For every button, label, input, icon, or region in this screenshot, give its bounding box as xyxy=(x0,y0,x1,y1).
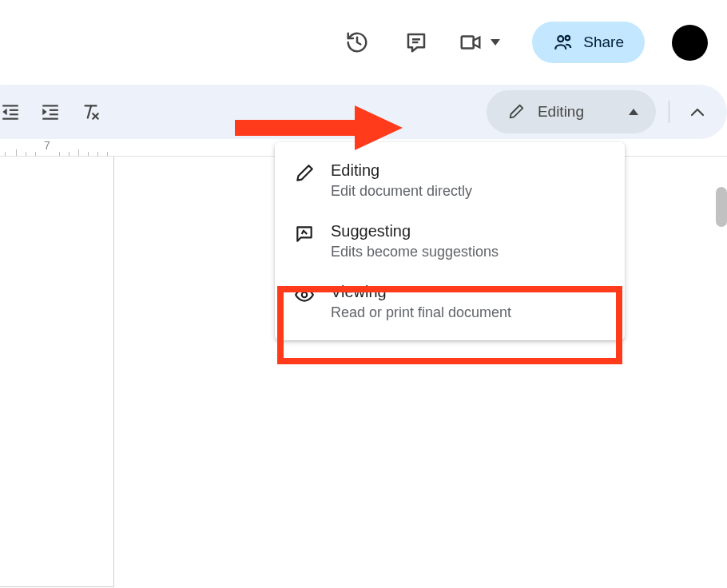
video-call-dropdown[interactable] xyxy=(459,30,500,54)
mode-item-editing[interactable]: Editing Edit document directly xyxy=(275,150,625,211)
svg-point-6 xyxy=(566,36,570,40)
clear-formatting-icon[interactable] xyxy=(75,97,105,127)
header: Share xyxy=(0,0,727,85)
divider xyxy=(669,101,669,123)
mode-item-viewing[interactable]: Viewing Read or print final document xyxy=(275,272,625,332)
svg-rect-10 xyxy=(2,118,18,120)
share-label: Share xyxy=(583,34,624,51)
chevron-down-icon xyxy=(491,39,500,46)
svg-point-5 xyxy=(558,36,564,42)
video-icon xyxy=(459,30,483,54)
mode-item-suggesting[interactable]: Suggesting Edits become suggestions xyxy=(275,211,625,272)
svg-rect-14 xyxy=(50,113,58,115)
mode-item-desc: Read or print final document xyxy=(331,304,606,321)
svg-rect-15 xyxy=(42,118,58,120)
svg-marker-21 xyxy=(235,105,403,150)
svg-rect-2 xyxy=(462,37,474,49)
collapse-toolbar-button[interactable] xyxy=(682,97,713,127)
comment-icon[interactable] xyxy=(399,26,433,59)
scrollbar-thumb[interactable] xyxy=(716,187,727,227)
people-icon xyxy=(553,32,574,53)
mode-dropdown: Editing Edit document directly Suggestin… xyxy=(275,142,625,340)
svg-marker-19 xyxy=(629,109,638,115)
mode-item-desc: Edits become suggestions xyxy=(331,244,606,260)
avatar[interactable] xyxy=(672,25,708,61)
annotation-arrow xyxy=(235,104,406,152)
svg-marker-16 xyxy=(42,109,46,116)
history-icon[interactable] xyxy=(340,26,374,59)
editing-mode-button[interactable]: Editing xyxy=(487,90,656,133)
eye-icon xyxy=(294,284,315,305)
chevron-up-icon xyxy=(629,109,638,115)
svg-rect-8 xyxy=(10,109,18,111)
indent-increase-icon[interactable] xyxy=(35,97,66,127)
svg-rect-9 xyxy=(10,113,18,115)
svg-rect-12 xyxy=(42,105,58,106)
svg-point-20 xyxy=(302,292,308,298)
mode-item-desc: Edit document directly xyxy=(331,183,606,200)
ruler-number: 7 xyxy=(44,139,50,152)
svg-marker-11 xyxy=(2,109,6,116)
svg-marker-4 xyxy=(491,39,500,46)
mode-label: Editing xyxy=(538,103,584,121)
share-button[interactable]: Share xyxy=(532,22,645,63)
pencil-icon xyxy=(294,163,315,184)
mode-item-title: Suggesting xyxy=(331,222,606,240)
svg-rect-13 xyxy=(50,109,58,111)
mode-item-title: Editing xyxy=(331,161,606,180)
mode-item-title: Viewing xyxy=(331,283,606,301)
indent-decrease-icon[interactable] xyxy=(0,97,26,127)
svg-rect-7 xyxy=(2,105,18,106)
svg-marker-3 xyxy=(474,38,480,48)
document-page[interactable] xyxy=(0,156,114,587)
suggest-icon xyxy=(294,224,315,244)
pencil-icon xyxy=(507,103,525,121)
